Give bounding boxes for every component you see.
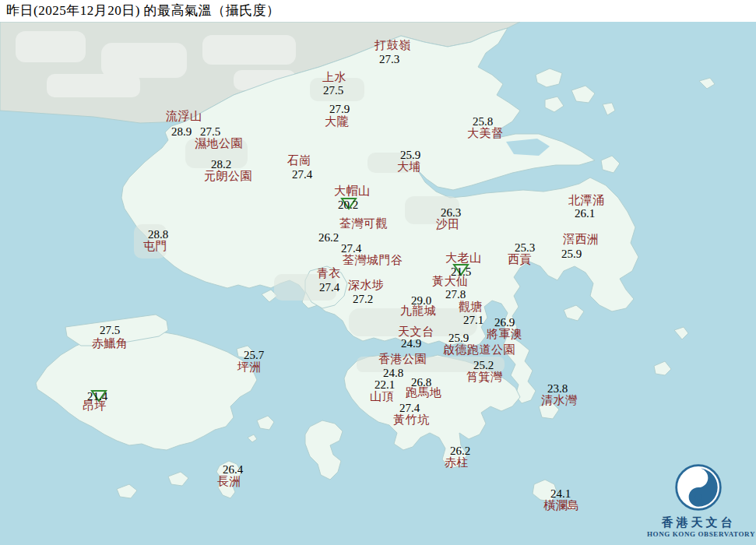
station-value: 21.4 <box>87 390 107 403</box>
station-value: 27.5 <box>100 324 120 336</box>
station-label: 屯門 <box>143 240 167 252</box>
station-label: 青衣 <box>317 267 341 280</box>
station-value: 27.4 <box>399 402 420 414</box>
station-label: 赤鱲角 <box>92 337 128 350</box>
station-value: 26.2 <box>450 445 470 457</box>
station-value: 25.9 <box>400 149 420 161</box>
station-label: 打鼓嶺 <box>374 39 411 51</box>
station-value: 26.2 <box>318 231 339 244</box>
station-label: 大老山 <box>445 251 482 264</box>
station-label: 將軍澳 <box>487 328 523 340</box>
station-value: 27.4 <box>319 281 339 294</box>
station-value: 22.1 <box>374 378 395 391</box>
station-value: 26.3 <box>441 206 461 219</box>
station-label: 觀塘 <box>459 301 483 313</box>
station-value: 25.9 <box>561 248 582 260</box>
station-label: 元朗公園 <box>204 170 252 182</box>
station-value: 20.2 <box>338 199 358 211</box>
station-label: 天文台 <box>398 325 434 338</box>
station-value: 27.8 <box>445 288 466 301</box>
station-value: 26.1 <box>575 207 595 220</box>
station-label: 滘西洲 <box>563 233 600 245</box>
station-label: 沙田 <box>436 218 460 230</box>
station-value: 28.9 <box>171 125 192 138</box>
station-value: 26.4 <box>223 463 243 476</box>
station-label: 荃灣城門谷 <box>343 254 403 266</box>
station-value: 27.1 <box>463 314 483 326</box>
station-label: 啟德跑道公園 <box>443 343 515 356</box>
station-label: 黃大仙 <box>432 275 469 287</box>
station-value: 23.8 <box>547 382 568 395</box>
station-label: 橫瀾島 <box>543 499 580 512</box>
station-label: 荃灣可觀 <box>339 217 388 230</box>
station-value: 27.9 <box>329 103 350 115</box>
station-value: 26.8 <box>411 376 431 389</box>
station-label: 香港公園 <box>378 353 427 365</box>
station-value: 24.8 <box>383 367 403 379</box>
hko-logo-english-name: HONG KONG OBSERVATORY <box>647 529 750 539</box>
station-value: 27.4 <box>292 168 312 181</box>
hko-logo: 香港天文台 HONG KONG OBSERVATORY <box>647 462 750 539</box>
title-bar: 昨日(2025年12月20日) 的最高氣溫（攝氏度） <box>0 0 756 22</box>
station-label: 坪洲 <box>237 360 262 373</box>
station-label: 大帽山 <box>334 185 371 197</box>
station-label: 大美督 <box>467 127 504 139</box>
station-value: 25.3 <box>515 241 535 254</box>
station-value: 24.9 <box>401 337 421 350</box>
station-value: 28.8 <box>148 228 168 241</box>
station-value: 25.8 <box>473 115 493 128</box>
station-label: 大隴 <box>325 115 349 128</box>
station-value: 25.9 <box>448 332 469 344</box>
hko-logo-chinese-name: 香港天文台 <box>647 515 750 529</box>
station-value: 24.1 <box>550 487 571 500</box>
station-value: 27.2 <box>353 293 373 305</box>
map-title: 昨日(2025年12月20日) 的最高氣溫（攝氏度） <box>6 3 280 19</box>
station-label: 黃竹坑 <box>393 413 430 426</box>
station-label: 石崗 <box>287 154 311 167</box>
station-label: 流浮山 <box>166 110 202 122</box>
station-value: 29.0 <box>411 294 431 307</box>
station-label: 西貢 <box>508 253 532 265</box>
station-label: 山頂 <box>370 390 394 403</box>
station-value: 27.4 <box>341 242 361 255</box>
station-label: 長洲 <box>217 475 241 487</box>
station-label: 大埔 <box>397 160 421 173</box>
weather-map-screen: 打鼓嶺27.3上水27.5大隴27.9流浮山28.9濕地公園27.5元朗公園28… <box>0 0 756 545</box>
station-value: 25.7 <box>244 349 264 361</box>
station-label: 筲箕灣 <box>466 371 503 383</box>
station-value: 25.2 <box>473 359 494 371</box>
station-label: 上水 <box>322 71 346 83</box>
hko-logo-icon <box>673 462 723 512</box>
station-value: 28.2 <box>211 158 231 171</box>
station-value: 26.9 <box>494 316 515 329</box>
station-label: 深水埗 <box>348 279 385 291</box>
station-value: 27.5 <box>200 125 220 138</box>
station-value: 27.3 <box>379 53 399 65</box>
station-value: 27.5 <box>323 84 343 97</box>
stations-layer: 打鼓嶺27.3上水27.5大隴27.9流浮山28.9濕地公園27.5元朗公園28… <box>0 0 756 545</box>
station-label: 清水灣 <box>541 394 578 406</box>
station-label: 濕地公園 <box>195 137 243 149</box>
station-label: 赤柱 <box>445 456 469 469</box>
station-label: 北潭涌 <box>568 194 605 206</box>
